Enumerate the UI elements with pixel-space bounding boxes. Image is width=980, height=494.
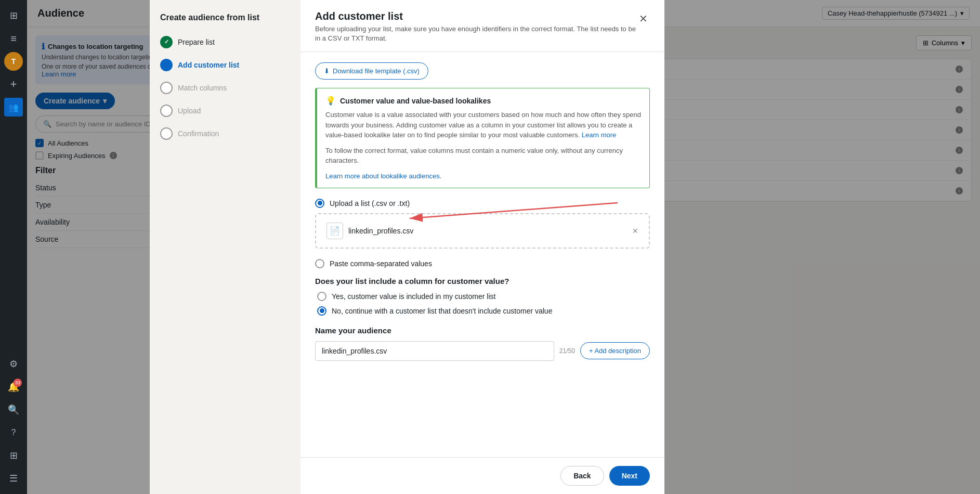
customer-value-section-title: Does your list include a column for cust… [315,277,650,285]
search-icon[interactable]: 🔍 [4,400,23,419]
left-navigation: ⊞ ≡ T + 👥 ⚙ 🔔 33 🔍 ? ⊞ ☰ [0,0,27,494]
step-add[interactable]: Add customer list [160,59,290,71]
step-circle-upload [160,105,173,117]
paste-radio-label: Paste comma-separated values [330,259,432,268]
back-button[interactable]: Back [560,466,604,486]
wizard-header: Add customer list Before uploading your … [300,0,664,52]
lightbulb-icon: 💡 [325,96,336,106]
cv-yes-option[interactable]: Yes, customer value is included in my cu… [317,292,650,301]
apps-icon[interactable]: ⊞ [4,446,23,465]
add-nav-item[interactable]: + [4,75,23,94]
user-avatar[interactable]: T [4,52,23,71]
step-label-match: Match columns [178,84,227,92]
info-card-link1[interactable]: Learn more [582,131,616,139]
name-section: Name your audience 21/50 + Add descripti… [315,326,650,361]
info-card-body2: To follow the correct format, value colu… [325,146,641,166]
info-card-body1: Customer value is a value associated wit… [325,110,641,140]
wizard-steps-panel: Create audience from list ✓ Prepare list… [150,0,300,494]
paste-radio-dot[interactable] [315,259,324,268]
file-upload-zone[interactable]: 📄 linkedin_profiles.csv ✕ [315,213,650,249]
help-icon[interactable]: ? [4,423,23,442]
file-name: linkedin_profiles.csv [348,227,413,235]
step-circle-match [160,82,173,94]
step-label-upload: Upload [178,107,201,115]
info-card-link2[interactable]: Learn more about lookalike audiences. [325,172,441,180]
settings-icon[interactable]: ⚙ [4,355,23,373]
cv-no-radio[interactable] [317,306,326,316]
step-label-prepare: Prepare list [178,38,215,46]
close-button[interactable]: ✕ [637,10,650,27]
step-match[interactable]: Match columns [160,82,290,94]
step-label-add: Add customer list [178,61,239,69]
step-circle-add [160,59,173,71]
next-button[interactable]: Next [609,466,650,486]
list-icon[interactable]: ☰ [4,469,23,488]
file-item: 📄 linkedin_profiles.csv [326,223,413,239]
info-card: 💡 Customer value and value-based lookali… [315,88,650,188]
cv-yes-label: Yes, customer value is included in my cu… [332,292,495,301]
wizard-content-panel: Add customer list Before uploading your … [300,0,664,494]
step-circle-prepare: ✓ [160,36,173,48]
cv-no-label: No, continue with a customer list that d… [332,307,552,315]
download-template-button[interactable]: ⬇ Download file template (.csv) [315,62,428,80]
step-circle-confirmation [160,127,173,140]
file-icon: 📄 [326,223,343,239]
audience-nav-item[interactable]: 👥 [4,98,23,116]
home-nav-item[interactable]: ⊞ [4,6,23,25]
file-close-button[interactable]: ✕ [632,227,638,235]
step-upload[interactable]: Upload [160,105,290,117]
wizard-title: Add customer list [315,10,637,22]
step-label-confirmation: Confirmation [178,129,219,138]
step-prepare[interactable]: ✓ Prepare list [160,36,290,48]
modal-left-overlay [27,0,150,494]
add-description-button[interactable]: + Add description [580,342,650,359]
upload-radio-option[interactable]: Upload a list (.csv or .txt) [315,199,650,208]
menu-nav-item[interactable]: ≡ [4,29,23,48]
download-icon: ⬇ [324,67,330,75]
name-section-title: Name your audience [315,326,650,335]
wizard-subtitle: Before uploading your list, make sure yo… [315,24,637,43]
char-count: 21/50 [559,347,575,355]
upload-radio-label: Upload a list (.csv or .txt) [330,199,410,207]
audience-name-input[interactable] [315,341,554,361]
notification-badge: 33 [14,379,22,387]
wizard-body: ⬇ Download file template (.csv) 💡 Custom… [300,52,664,457]
wizard-footer: Back Next [300,457,664,494]
name-input-row: 21/50 + Add description [315,341,650,361]
cv-no-option[interactable]: No, continue with a customer list that d… [317,306,650,316]
wizard-container: Create audience from list ✓ Prepare list… [150,0,664,494]
cv-yes-radio[interactable] [317,292,326,301]
wizard-panel-title: Create audience from list [160,12,290,23]
step-confirmation[interactable]: Confirmation [160,127,290,140]
info-card-title: 💡 Customer value and value-based lookali… [325,96,641,106]
paste-radio-option[interactable]: Paste comma-separated values [315,259,650,268]
customer-value-radio-group: Yes, customer value is included in my cu… [315,292,650,316]
notifications-icon[interactable]: 🔔 33 [4,378,23,396]
modal-right-overlay [664,0,980,494]
upload-radio-dot[interactable] [315,199,324,208]
